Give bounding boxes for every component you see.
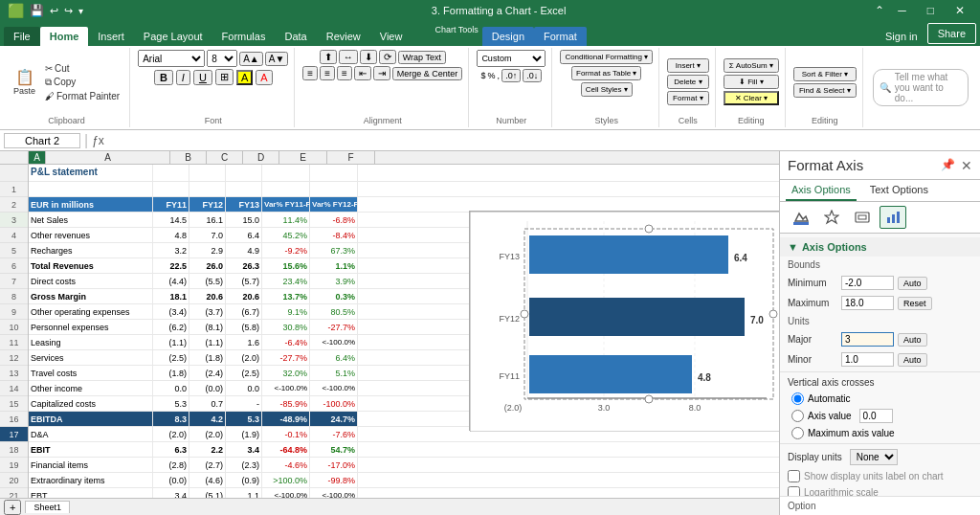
pin-icon[interactable]: 📌: [941, 158, 955, 173]
align-right-btn[interactable]: ≡: [337, 66, 352, 80]
angle-text-btn[interactable]: ⟳: [379, 50, 396, 64]
row-numbers: 1 2 3 4 5 6 7 8 9 10 11 12 13 14 15 16 1…: [0, 165, 29, 515]
minimize-btn[interactable]: ─: [890, 4, 914, 17]
decrease-indent-btn[interactable]: ⇤: [354, 66, 371, 80]
cut-button[interactable]: ✂Cut: [41, 62, 123, 75]
sign-in-btn[interactable]: Sign in: [876, 27, 927, 46]
function-icon[interactable]: ƒx: [92, 134, 104, 147]
format-painter-button[interactable]: 🖌Format Painter: [41, 90, 123, 102]
align-left-btn[interactable]: ≡: [302, 66, 318, 80]
autosum-btn[interactable]: Σ AutoSum ▾: [724, 58, 779, 73]
quick-save-icon[interactable]: 💾: [30, 4, 44, 17]
show-units-checkbox[interactable]: [788, 470, 800, 482]
tab-data[interactable]: Data: [275, 27, 316, 46]
align-top-btn[interactable]: ⬆: [320, 50, 337, 64]
tab-home[interactable]: Home: [40, 27, 89, 46]
table-row: [29, 182, 779, 197]
bold-btn[interactable]: B: [154, 70, 173, 85]
align-bottom-btn[interactable]: ⬇: [360, 50, 377, 64]
tab-file[interactable]: File: [4, 27, 40, 46]
tab-formulas[interactable]: Formulas: [212, 27, 276, 46]
font-name-select[interactable]: Arial: [138, 50, 205, 67]
tab-view[interactable]: View: [370, 27, 412, 46]
minor-input[interactable]: [841, 352, 894, 367]
fill-line-icon-btn[interactable]: [788, 206, 814, 229]
chart-container[interactable]: (2.0) 3.0 8.0 6.4 7.0: [469, 211, 779, 431]
automatic-radio[interactable]: [791, 392, 804, 405]
log-scale-checkbox[interactable]: [788, 486, 800, 496]
delete-cells-btn[interactable]: Delete ▾: [667, 75, 709, 89]
tab-page-layout[interactable]: Page Layout: [134, 27, 212, 46]
format-as-table-btn[interactable]: Format as Table ▾: [571, 66, 641, 80]
tab-format[interactable]: Format: [534, 27, 587, 46]
minor-auto-btn[interactable]: Auto: [898, 353, 927, 367]
svg-marker-23: [825, 211, 838, 223]
axis-value-input[interactable]: [859, 409, 893, 423]
axis-value-radio[interactable]: [791, 410, 804, 422]
tab-design[interactable]: Design: [482, 27, 534, 46]
close-panel-btn[interactable]: ✕: [961, 158, 972, 173]
decrease-font-btn[interactable]: A▼: [265, 52, 289, 66]
find-select-btn[interactable]: Find & Select ▾: [793, 83, 857, 98]
align-middle-btn[interactable]: ↔: [339, 50, 358, 64]
border-btn[interactable]: ⊞: [215, 69, 234, 85]
tab-text-options[interactable]: Text Options: [864, 180, 934, 201]
svg-rect-22: [793, 222, 809, 225]
conditional-formatting-btn[interactable]: Conditional Formatting ▾: [560, 50, 653, 64]
search-box[interactable]: 🔍 Tell me what you want to do...: [873, 69, 969, 106]
display-units-select[interactable]: None: [850, 449, 898, 465]
increase-font-btn[interactable]: A▲: [239, 52, 263, 66]
number-format-select[interactable]: Custom: [477, 50, 546, 67]
find-group: Sort & Filter ▾ Find & Select ▾ Editing: [788, 48, 863, 127]
wrap-text-btn[interactable]: Wrap Text: [398, 51, 446, 64]
add-sheet-btn[interactable]: +: [4, 500, 21, 515]
name-box[interactable]: [4, 133, 80, 148]
decrease-decimal-btn[interactable]: .0↓: [523, 69, 542, 82]
size-properties-icon-btn[interactable]: [849, 206, 876, 229]
merge-center-btn[interactable]: Merge & Center: [392, 67, 463, 80]
tab-axis-options[interactable]: Axis Options: [786, 180, 857, 201]
sort-filter-btn[interactable]: Sort & Filter ▾: [793, 67, 857, 81]
cell-styles-btn[interactable]: Cell Styles ▾: [581, 82, 633, 97]
font-size-select[interactable]: 8: [207, 50, 237, 67]
fill-btn[interactable]: ⬇ Fill ▾: [724, 75, 779, 89]
close-btn[interactable]: ✕: [947, 4, 972, 17]
underline-btn[interactable]: U: [193, 70, 212, 85]
maximum-reset-btn[interactable]: Reset: [898, 297, 932, 310]
max-axis-radio[interactable]: [791, 427, 804, 439]
copy-button[interactable]: ⧉Copy: [41, 76, 123, 89]
minimum-auto-btn[interactable]: Auto: [898, 277, 927, 290]
effects-icon-btn[interactable]: [818, 206, 845, 229]
paste-button[interactable]: 📋 Paste: [10, 66, 39, 98]
insert-cells-btn[interactable]: Insert ▾: [667, 58, 709, 73]
axis-options-section[interactable]: ▼ Axis Options: [780, 237, 980, 257]
search-icon: 🔍: [880, 82, 891, 93]
align-center-btn[interactable]: ≡: [320, 66, 335, 80]
tab-insert[interactable]: Insert: [88, 27, 134, 46]
option-label: Option: [780, 496, 980, 515]
fill-color-btn[interactable]: A: [236, 70, 253, 85]
maximize-btn[interactable]: □: [920, 4, 942, 17]
increase-indent-btn[interactable]: ⇥: [373, 66, 390, 80]
sheet-tab[interactable]: Sheet1: [25, 501, 70, 513]
maximum-input[interactable]: [841, 296, 894, 310]
bounds-label-row: Bounds: [780, 257, 980, 273]
italic-btn[interactable]: I: [176, 70, 190, 85]
ribbon-collapse-icon[interactable]: ⌃: [875, 4, 884, 17]
formula-bar: | ƒx: [0, 130, 980, 151]
redo-icon[interactable]: ↪: [64, 5, 73, 17]
major-auto-btn[interactable]: Auto: [898, 333, 927, 347]
format-cells-btn[interactable]: Format ▾: [667, 91, 709, 105]
increase-decimal-btn[interactable]: .0↑: [501, 69, 521, 82]
undo-icon[interactable]: ↩: [50, 5, 58, 17]
svg-text:(2.0): (2.0): [504, 403, 523, 413]
major-input[interactable]: [841, 332, 894, 347]
font-color-btn[interactable]: A: [256, 70, 272, 85]
formula-input[interactable]: [108, 134, 976, 147]
share-btn[interactable]: Share: [927, 23, 976, 44]
customize-icon[interactable]: ▾: [78, 6, 83, 16]
clear-btn[interactable]: ✕ Clear ▾: [724, 91, 779, 105]
tab-review[interactable]: Review: [317, 27, 370, 46]
minimum-input[interactable]: [841, 276, 894, 290]
axis-options-icon-btn[interactable]: [880, 206, 906, 229]
